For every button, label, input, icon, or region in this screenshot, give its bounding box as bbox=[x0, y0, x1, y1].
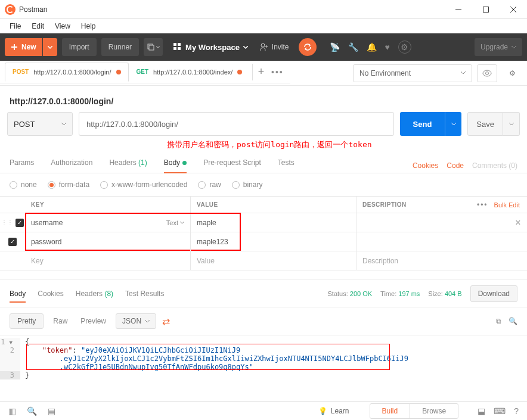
view-pretty[interactable]: Pretty bbox=[10, 313, 44, 329]
send-button[interactable]: Send bbox=[400, 112, 445, 136]
maximize-button[interactable] bbox=[472, 0, 500, 19]
request-tab[interactable]: POSThttp://127.0.0.1:8000/login/ bbox=[5, 63, 129, 82]
keyboard-shortcuts-icon[interactable]: ⌨ bbox=[494, 406, 506, 416]
radio-formdata[interactable]: form-data bbox=[48, 181, 89, 189]
description-input[interactable]: Description bbox=[356, 257, 527, 265]
radio-icon bbox=[198, 181, 206, 189]
send-dropdown[interactable] bbox=[445, 112, 461, 136]
delete-row-button[interactable]: × bbox=[509, 217, 527, 228]
chevron-down-icon bbox=[461, 71, 466, 74]
size-value: 404 B bbox=[445, 290, 462, 297]
bell-icon[interactable]: 🔔 bbox=[367, 42, 377, 52]
radio-none[interactable]: none bbox=[10, 181, 37, 189]
environment-quick-look[interactable] bbox=[477, 64, 497, 82]
search-icon[interactable]: 🔍 bbox=[509, 317, 517, 325]
minimize-button[interactable] bbox=[445, 0, 472, 19]
bulk-edit-link[interactable]: Bulk Edit bbox=[494, 201, 520, 209]
subtab-params[interactable]: Params bbox=[10, 158, 34, 173]
console-icon[interactable]: ▤ bbox=[48, 406, 55, 416]
value-input[interactable]: maple bbox=[191, 213, 356, 232]
svg-point-16 bbox=[486, 71, 489, 74]
cookies-link[interactable]: Cookies bbox=[413, 161, 438, 170]
code-link[interactable]: Code bbox=[447, 161, 464, 170]
environment-select[interactable]: No Environment bbox=[353, 64, 472, 82]
import-button[interactable]: Import bbox=[62, 38, 97, 56]
new-button[interactable]: New bbox=[5, 38, 42, 56]
save-button[interactable]: Save bbox=[467, 112, 503, 136]
new-dropdown[interactable] bbox=[43, 38, 57, 56]
row-checkbox[interactable]: ✓ bbox=[8, 238, 17, 246]
key-input[interactable]: Key bbox=[25, 251, 191, 270]
add-tab-button[interactable]: + bbox=[252, 64, 269, 80]
view-preview[interactable]: Preview bbox=[77, 314, 110, 328]
sync-icon bbox=[303, 42, 312, 52]
download-button[interactable]: Download bbox=[470, 285, 517, 302]
more-options-button[interactable]: ••• bbox=[477, 201, 488, 209]
response-tab-test-results[interactable]: Test Results bbox=[125, 290, 164, 298]
heart-icon[interactable]: ♥ bbox=[385, 42, 390, 52]
request-subtabs: Params Authorization Headers (1) Body Pr… bbox=[0, 153, 527, 173]
value-input[interactable]: Value bbox=[191, 251, 356, 270]
row-checkbox[interactable]: ✓ bbox=[16, 219, 24, 227]
response-tab-body[interactable]: Body bbox=[10, 290, 26, 298]
save-dropdown[interactable] bbox=[503, 112, 520, 136]
radio-raw[interactable]: raw bbox=[198, 181, 221, 189]
kv-row: ✓passwordmaple123 bbox=[0, 232, 527, 251]
find-icon[interactable]: 🔍 bbox=[27, 406, 37, 416]
subtab-tests[interactable]: Tests bbox=[278, 158, 294, 173]
radio-binary[interactable]: binary bbox=[232, 181, 263, 189]
browse-tab[interactable]: Browse bbox=[410, 404, 458, 418]
view-raw[interactable]: Raw bbox=[49, 314, 71, 328]
key-input[interactable]: password bbox=[25, 232, 191, 251]
chevron-down-icon bbox=[145, 320, 150, 323]
value-input[interactable]: maple123 bbox=[191, 232, 356, 251]
settings-icon[interactable]: ⚙ bbox=[398, 41, 411, 54]
two-pane-icon[interactable]: ⬓ bbox=[478, 406, 485, 416]
subtab-authorization[interactable]: Authorization bbox=[51, 158, 92, 173]
environment-settings[interactable]: ⚙ bbox=[502, 64, 522, 82]
subtab-prerequest[interactable]: Pre-request Script bbox=[203, 158, 261, 173]
menu-help[interactable]: Help bbox=[76, 20, 101, 32]
menu-file[interactable]: File bbox=[5, 20, 26, 32]
response-toolbar: Pretty Raw Preview JSON ⇄ ⧉ 🔍 bbox=[0, 307, 527, 335]
response-tab-headers[interactable]: Headers (8) bbox=[76, 290, 113, 298]
new-window-button[interactable] bbox=[144, 38, 163, 56]
radio-urlencoded[interactable]: x-www-form-urlencoded bbox=[100, 181, 187, 189]
request-tab[interactable]: GEThttp://127.0.0.1:8000/index/ bbox=[129, 63, 250, 82]
url-input[interactable] bbox=[79, 112, 394, 136]
method-select[interactable]: POST bbox=[7, 112, 73, 136]
drag-handle-icon[interactable]: ⋮⋮ bbox=[1, 219, 13, 226]
radio-icon bbox=[100, 181, 108, 189]
runner-button[interactable]: Runner bbox=[101, 38, 139, 56]
sidebar-toggle-icon[interactable]: ▥ bbox=[8, 406, 16, 416]
modified-dot-icon bbox=[237, 70, 242, 74]
wrench-icon[interactable]: 🔧 bbox=[348, 42, 358, 52]
help-icon[interactable]: ? bbox=[514, 406, 519, 416]
satellite-icon[interactable]: 📡 bbox=[330, 42, 340, 52]
upgrade-button[interactable]: Upgrade bbox=[475, 38, 522, 56]
description-header: DESCRIPTION bbox=[356, 197, 467, 213]
tab-options-button[interactable]: ••• bbox=[269, 64, 286, 80]
workspace-selector[interactable]: My Workspace bbox=[173, 43, 248, 52]
comments-link[interactable]: Comments (0) bbox=[472, 161, 517, 170]
sync-button[interactable] bbox=[299, 38, 317, 56]
key-input[interactable]: usernameText bbox=[25, 213, 191, 232]
subtab-headers[interactable]: Headers (1) bbox=[109, 158, 147, 173]
response-tab-cookies[interactable]: Cookies bbox=[38, 290, 63, 298]
modified-dot-icon bbox=[182, 161, 187, 165]
copy-icon[interactable]: ⧉ bbox=[496, 317, 501, 325]
close-button[interactable] bbox=[500, 0, 527, 19]
svg-rect-11 bbox=[178, 47, 181, 50]
grid-icon bbox=[173, 43, 182, 51]
subtab-body[interactable]: Body bbox=[164, 158, 187, 173]
menu-view[interactable]: View bbox=[50, 20, 75, 32]
build-tab[interactable]: Build bbox=[370, 404, 410, 418]
learn-button[interactable]: 💡 Learn bbox=[318, 407, 349, 415]
chevron-down-icon bbox=[48, 46, 52, 49]
invite-button[interactable]: Invite bbox=[260, 43, 289, 51]
new-label: New bbox=[21, 43, 36, 51]
menu-edit[interactable]: Edit bbox=[27, 20, 49, 32]
format-select[interactable]: JSON bbox=[116, 313, 156, 329]
type-select[interactable]: Text bbox=[166, 219, 184, 226]
wrap-icon[interactable]: ⇄ bbox=[162, 316, 170, 327]
